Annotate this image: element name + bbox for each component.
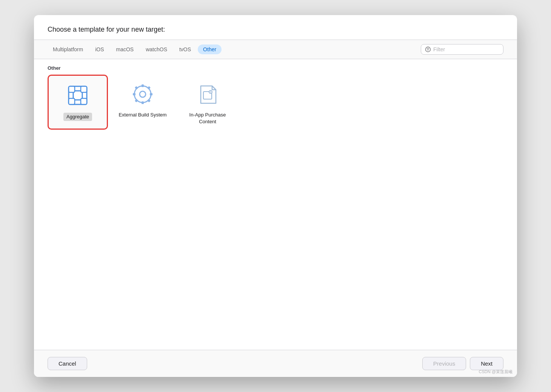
- svg-rect-18: [135, 86, 138, 89]
- tab-tvos[interactable]: tvOS: [174, 44, 196, 54]
- templates-grid: Aggregate: [48, 75, 503, 137]
- svg-rect-8: [69, 98, 75, 104]
- in-app-purchase-content-icon: [194, 81, 221, 108]
- dialog-title: Choose a template for your new target:: [48, 26, 165, 33]
- dialog-header: Choose a template for your new target:: [34, 15, 517, 40]
- svg-rect-13: [142, 101, 144, 104]
- filter-input[interactable]: [433, 46, 499, 52]
- template-aggregate[interactable]: Aggregate: [48, 75, 108, 130]
- template-external-build-system[interactable]: External Build System: [112, 75, 173, 130]
- tabs-row: Multiplatform iOS macOS watchOS tvOS Oth…: [34, 40, 517, 59]
- svg-rect-14: [133, 93, 135, 95]
- tab-macos[interactable]: macOS: [111, 44, 139, 54]
- svg-rect-12: [142, 84, 144, 87]
- aggregate-label: Aggregate: [63, 113, 92, 121]
- aggregate-icon: [64, 82, 91, 109]
- footer-left: Cancel: [48, 357, 87, 370]
- tab-other[interactable]: Other: [198, 44, 222, 54]
- tab-watchos[interactable]: watchOS: [140, 44, 172, 54]
- svg-rect-7: [81, 86, 87, 92]
- cancel-button[interactable]: Cancel: [48, 357, 87, 370]
- tab-ios[interactable]: iOS: [90, 44, 109, 54]
- tab-items: Multiplatform iOS macOS watchOS tvOS Oth…: [48, 44, 421, 54]
- svg-rect-9: [81, 98, 87, 104]
- content-area: Other Aggregat: [34, 59, 517, 350]
- svg-point-22: [210, 92, 211, 93]
- filter-wrapper: [421, 44, 503, 55]
- next-button[interactable]: Next: [470, 357, 503, 370]
- svg-rect-16: [147, 86, 151, 89]
- svg-rect-19: [147, 99, 151, 102]
- filter-icon: [425, 46, 431, 52]
- section-label: Other: [48, 59, 503, 75]
- svg-rect-6: [69, 86, 75, 92]
- svg-rect-15: [150, 93, 152, 95]
- template-in-app-purchase-content[interactable]: In-App Purchase Content: [177, 75, 238, 130]
- external-build-system-icon: [129, 81, 156, 108]
- external-build-system-label: External Build System: [119, 112, 166, 118]
- dialog: Choose a template for your new target: M…: [34, 15, 517, 377]
- footer-right: Previous Next: [422, 357, 503, 370]
- tab-multiplatform[interactable]: Multiplatform: [48, 44, 88, 54]
- previous-button[interactable]: Previous: [422, 357, 466, 370]
- svg-rect-17: [135, 99, 138, 102]
- svg-point-11: [140, 91, 146, 97]
- in-app-purchase-content-label: In-App Purchase Content: [182, 112, 233, 125]
- dialog-footer: Cancel Previous Next: [34, 350, 517, 377]
- watermark: CSDN @茉莲晨曦: [479, 369, 513, 375]
